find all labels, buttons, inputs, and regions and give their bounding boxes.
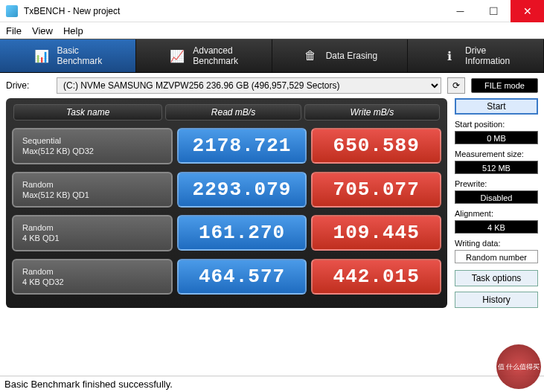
prewrite-value[interactable]: Disabled <box>455 190 538 204</box>
alignment-label: Alignment: <box>455 209 538 218</box>
table-row: Random4 KB QD1 161.270 109.445 <box>12 215 441 251</box>
tab-basic-benchmark[interactable]: 📊 Basic Benchmark <box>0 39 136 72</box>
table-row: RandomMax(512 KB) QD1 2293.079 705.077 <box>12 172 441 208</box>
alignment-value[interactable]: 4 KB <box>455 220 538 234</box>
window-title: TxBENCH - New project <box>24 6 444 16</box>
table-row: Random4 KB QD32 464.577 442.015 <box>12 259 441 295</box>
write-value: 705.077 <box>311 172 441 208</box>
tab-data-erasing[interactable]: 🗑 Data Erasing <box>272 39 409 72</box>
minimize-button[interactable]: ─ <box>444 0 477 22</box>
erase-icon: 🗑 <box>302 48 319 64</box>
writing-data-label: Writing data: <box>455 239 538 248</box>
read-value: 2178.721 <box>177 128 307 164</box>
start-position-label: Start position: <box>455 120 538 129</box>
header-read: Read mB/s <box>165 104 301 121</box>
file-mode-button[interactable]: FILE mode <box>471 78 538 93</box>
drive-label: Drive: <box>6 80 51 91</box>
benchmark-panel: Task name Read mB/s Write mB/s Sequentia… <box>6 98 447 308</box>
drive-select[interactable]: (C:) NVMe SAMSUNG MZVPW256 236.96 GB (49… <box>57 77 441 94</box>
gauge-icon: 📊 <box>33 48 50 64</box>
read-value: 464.577 <box>177 259 307 295</box>
close-button[interactable]: ✕ <box>511 0 544 22</box>
watermark: 值 什么值得买 <box>496 344 541 389</box>
task-cell[interactable]: Random4 KB QD32 <box>12 259 173 295</box>
task-cell[interactable]: Random4 KB QD1 <box>12 215 173 251</box>
read-value: 2293.079 <box>177 172 307 208</box>
menu-help[interactable]: Help <box>63 25 83 36</box>
chart-icon: 📈 <box>169 48 185 64</box>
task-cell[interactable]: RandomMax(512 KB) QD1 <box>12 172 173 208</box>
tab-drive-information[interactable]: ℹ Drive Information <box>408 39 544 72</box>
task-cell[interactable]: SequentialMax(512 KB) QD32 <box>12 128 173 164</box>
start-position-value[interactable]: 0 MB <box>455 131 538 144</box>
tab-advanced-benchmark[interactable]: 📈 Advanced Benchmark <box>136 39 272 72</box>
write-value: 109.445 <box>311 215 441 251</box>
app-icon <box>6 5 18 17</box>
write-value: 650.589 <box>311 128 441 164</box>
menu-file[interactable]: File <box>6 25 22 36</box>
status-bar: Basic Benchmark finished successfully. <box>0 376 544 392</box>
tab-label: Advanced Benchmark <box>193 45 238 66</box>
tab-label: Basic Benchmark <box>57 45 103 66</box>
tab-label: Drive Information <box>465 45 510 66</box>
read-value: 161.270 <box>177 215 307 251</box>
header-task: Task name <box>13 104 162 121</box>
header-write: Write mB/s <box>304 104 440 121</box>
task-options-button[interactable]: Task options <box>455 270 538 286</box>
table-row: SequentialMax(512 KB) QD32 2178.721 650.… <box>12 128 441 164</box>
maximize-button[interactable]: ☐ <box>477 0 511 22</box>
writing-data-value[interactable]: Random number <box>455 250 538 263</box>
start-button[interactable]: Start <box>455 98 538 115</box>
measurement-size-value[interactable]: 512 MB <box>455 161 538 174</box>
write-value: 442.015 <box>311 259 441 295</box>
history-button[interactable]: History <box>455 292 538 308</box>
info-icon: ℹ <box>441 48 458 64</box>
refresh-button[interactable]: ⟳ <box>447 77 465 94</box>
menu-view[interactable]: View <box>32 25 53 36</box>
tab-label: Data Erasing <box>326 51 377 61</box>
measurement-size-label: Measurement size: <box>455 150 538 158</box>
prewrite-label: Prewrite: <box>455 179 538 188</box>
